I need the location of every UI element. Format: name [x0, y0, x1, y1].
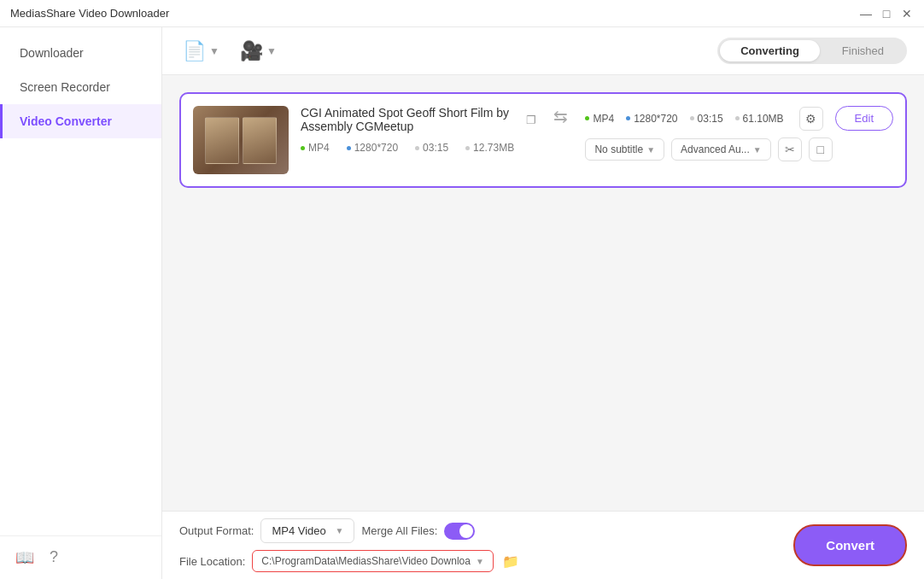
- help-icon[interactable]: ?: [50, 548, 58, 567]
- folder-open-icon[interactable]: 📁: [502, 553, 519, 570]
- input-format: MP4: [301, 142, 330, 154]
- video-card: CGI Animated Spot Geoff Short Film by As…: [179, 92, 907, 188]
- output-format: MP4: [585, 113, 614, 125]
- sidebar-bottom: 📖 ?: [0, 535, 161, 579]
- input-size: 12.73MB: [465, 142, 514, 154]
- external-link-icon[interactable]: ❐: [526, 114, 536, 126]
- subtitle-select[interactable]: No subtitle ▼: [585, 138, 664, 161]
- bottom-bar: Output Format: MP4 Video ▼ Merge All Fil…: [162, 511, 924, 579]
- add-file-icon: 📄: [183, 40, 206, 62]
- settings-gear-btn[interactable]: ⚙: [799, 107, 823, 131]
- app-body: Downloader Screen Recorder Video Convert…: [0, 27, 924, 579]
- video-title: CGI Animated Spot Geoff Short Film by As…: [301, 106, 536, 133]
- sidebar: Downloader Screen Recorder Video Convert…: [0, 27, 162, 579]
- convert-arrow: ⇆: [548, 106, 573, 126]
- record-icon: 🎥: [240, 40, 263, 62]
- format-chevron: ▼: [336, 526, 344, 535]
- subtitle-chevron: ▼: [646, 145, 655, 155]
- app-title: MediasShare Video Downloader: [10, 7, 169, 20]
- title-bar: MediasShare Video Downloader — □ ✕: [0, 0, 924, 27]
- convert-button[interactable]: Convert: [793, 524, 907, 566]
- output-settings: MP4 1280*720 03:15 61.10MB: [585, 106, 893, 161]
- merge-toggle[interactable]: [444, 523, 475, 540]
- add-file-btn[interactable]: 📄 ▼: [179, 37, 223, 66]
- file-location-label: File Location:: [179, 555, 245, 568]
- file-location-input[interactable]: C:\ProgramData\MediasShare\Video Downloa…: [252, 550, 493, 572]
- content-area: CGI Animated Spot Geoff Short Film by As…: [162, 75, 924, 511]
- video-thumbnail: [193, 106, 289, 174]
- restore-btn[interactable]: □: [880, 7, 893, 20]
- video-info: CGI Animated Spot Geoff Short Film by As…: [301, 106, 536, 154]
- merge-section: Merge All Files:: [361, 523, 475, 540]
- output-size: 61.10MB: [735, 113, 784, 125]
- book-icon[interactable]: 📖: [15, 548, 34, 567]
- add-record-btn[interactable]: 🎥 ▼: [237, 37, 280, 66]
- sidebar-item-screen-recorder[interactable]: Screen Recorder: [0, 70, 161, 104]
- sidebar-item-video-converter[interactable]: Video Converter: [0, 104, 161, 138]
- file-loc-chevron: ▼: [476, 557, 484, 566]
- bottom-left: Output Format: MP4 Video ▼ Merge All Fil…: [179, 518, 519, 572]
- tab-switcher: Converting Finished: [717, 38, 907, 64]
- window-controls: — □ ✕: [859, 7, 914, 20]
- output-meta-row: MP4 1280*720 03:15 61.10MB: [585, 106, 893, 131]
- merge-label: Merge All Files:: [361, 524, 437, 537]
- output-resolution: 1280*720: [626, 113, 677, 125]
- add-file-chevron: ▼: [209, 45, 219, 57]
- close-btn[interactable]: ✕: [900, 7, 914, 20]
- cut-btn[interactable]: ✂: [778, 137, 802, 161]
- output-format-select[interactable]: MP4 Video ▼: [260, 518, 354, 543]
- output-format-label: Output Format:: [179, 524, 254, 537]
- format-dot: [301, 146, 305, 150]
- sidebar-item-downloader[interactable]: Downloader: [0, 36, 161, 70]
- res-dot: [347, 146, 351, 150]
- input-resolution: 1280*720: [347, 142, 398, 154]
- tab-converting[interactable]: Converting: [720, 40, 820, 61]
- format-section: Output Format: MP4 Video ▼ Merge All Fil…: [179, 518, 519, 543]
- tab-finished[interactable]: Finished: [822, 40, 904, 61]
- output-duration: 03:15: [690, 113, 723, 125]
- advanced-chevron: ▼: [753, 145, 762, 155]
- crop-btn[interactable]: □: [809, 137, 833, 161]
- main-content: 📄 ▼ 🎥 ▼ Converting Finished: [162, 27, 924, 579]
- advanced-audio-select[interactable]: Advanced Au... ▼: [671, 138, 771, 161]
- output-controls: No subtitle ▼ Advanced Au... ▼ ✂ □: [585, 137, 893, 161]
- input-duration: 03:15: [415, 142, 448, 154]
- file-location-row: File Location: C:\ProgramData\MediasShar…: [179, 550, 519, 572]
- toolbar: 📄 ▼ 🎥 ▼ Converting Finished: [162, 27, 924, 75]
- record-chevron: ▼: [266, 45, 277, 57]
- minimize-btn[interactable]: —: [859, 7, 873, 20]
- toggle-knob: [459, 524, 473, 538]
- edit-button[interactable]: Edit: [835, 106, 893, 131]
- file-location-value: C:\ProgramData\MediasShare\Video Downloa: [261, 555, 471, 567]
- input-meta: MP4 1280*720 03:15 12.73MB: [301, 142, 536, 154]
